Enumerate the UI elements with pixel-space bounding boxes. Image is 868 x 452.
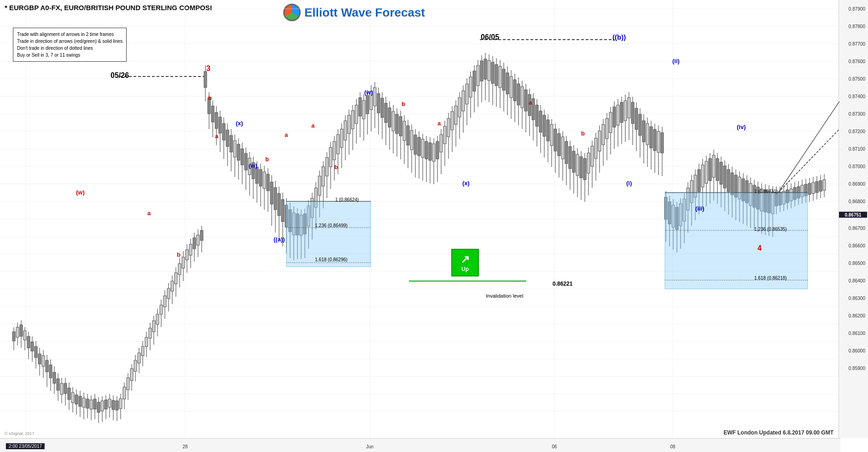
svg-rect-179 bbox=[281, 200, 284, 222]
svg-rect-359 bbox=[613, 107, 616, 127]
svg-rect-47 bbox=[38, 354, 41, 364]
svg-rect-71 bbox=[82, 398, 85, 407]
wave-label-b2: b bbox=[208, 94, 212, 101]
instruction-line-1: Trade with alignment of arrows in 2 time… bbox=[17, 31, 122, 38]
wave-label-b3: b bbox=[265, 156, 269, 163]
svg-rect-153 bbox=[233, 141, 236, 157]
svg-rect-199 bbox=[318, 176, 321, 195]
wave-label-iv: (iv) bbox=[737, 123, 746, 130]
svg-rect-81 bbox=[101, 401, 104, 411]
svg-rect-93 bbox=[123, 387, 126, 399]
svg-rect-37 bbox=[20, 325, 23, 336]
svg-rect-337 bbox=[572, 151, 575, 172]
svg-rect-67 bbox=[75, 395, 78, 404]
svg-rect-478 bbox=[665, 193, 808, 289]
svg-rect-35 bbox=[16, 327, 19, 337]
svg-rect-207 bbox=[333, 141, 336, 160]
svg-rect-305 bbox=[513, 80, 516, 101]
price-0862: 0.86200 bbox=[849, 313, 865, 318]
svg-rect-265 bbox=[440, 135, 443, 152]
svg-rect-123 bbox=[178, 264, 181, 275]
wave-label-a1: a bbox=[147, 210, 151, 217]
svg-rect-211 bbox=[340, 129, 343, 147]
svg-rect-131 bbox=[193, 238, 196, 249]
svg-rect-111 bbox=[156, 314, 159, 324]
price-0867: 0.86700 bbox=[849, 225, 865, 230]
svg-rect-469 bbox=[816, 182, 818, 193]
svg-rect-363 bbox=[620, 102, 623, 123]
price-0860: 0.86000 bbox=[849, 348, 865, 353]
wave-label-i: (i) bbox=[626, 180, 632, 187]
svg-rect-33 bbox=[12, 332, 15, 341]
svg-rect-125 bbox=[182, 257, 185, 268]
wave-label-ii: (ii) bbox=[672, 58, 680, 65]
price-0866: 0.86600 bbox=[849, 243, 865, 248]
wave-label-w1: (w) bbox=[76, 189, 85, 196]
svg-rect-473 bbox=[823, 180, 826, 190]
svg-rect-225 bbox=[366, 95, 369, 114]
svg-rect-41 bbox=[27, 336, 30, 348]
svg-rect-381 bbox=[653, 129, 656, 151]
svg-rect-63 bbox=[68, 388, 70, 399]
price-0877: 0.87700 bbox=[849, 41, 865, 47]
svg-rect-49 bbox=[42, 356, 45, 366]
svg-rect-361 bbox=[617, 105, 619, 125]
svg-rect-45 bbox=[35, 346, 37, 358]
svg-rect-221 bbox=[359, 98, 361, 116]
svg-rect-307 bbox=[517, 84, 520, 105]
svg-rect-75 bbox=[90, 400, 93, 409]
svg-rect-315 bbox=[532, 99, 535, 120]
price-axis-bg: 0.87900 0.87800 0.87700 0.87600 0.87500 … bbox=[839, 0, 867, 438]
svg-rect-411 bbox=[709, 158, 711, 181]
svg-rect-249 bbox=[410, 130, 413, 150]
svg-rect-167 bbox=[259, 170, 262, 186]
price-0863: 0.86300 bbox=[849, 295, 865, 300]
svg-rect-149 bbox=[226, 130, 229, 147]
wave-label-b1: b bbox=[177, 251, 181, 258]
svg-rect-325 bbox=[550, 124, 553, 146]
svg-rect-95 bbox=[127, 378, 129, 390]
wave-label-0526: 05/26 bbox=[111, 71, 129, 80]
wave-label-b6: b bbox=[581, 130, 585, 137]
svg-rect-237 bbox=[388, 108, 391, 127]
time-label-06: 06 bbox=[552, 444, 557, 449]
svg-rect-291 bbox=[488, 60, 490, 81]
svg-rect-141 bbox=[211, 106, 214, 122]
svg-rect-257 bbox=[425, 141, 428, 159]
svg-rect-129 bbox=[189, 244, 192, 255]
svg-rect-285 bbox=[477, 65, 479, 86]
invalidation-label: Invalidation level bbox=[486, 293, 523, 299]
svg-text:0.86221: 0.86221 bbox=[553, 281, 573, 287]
svg-rect-331 bbox=[561, 137, 564, 159]
svg-rect-61 bbox=[64, 383, 67, 393]
svg-rect-335 bbox=[569, 147, 571, 169]
svg-rect-101 bbox=[138, 353, 140, 363]
svg-rect-329 bbox=[558, 134, 560, 156]
price-0864: 0.86400 bbox=[849, 278, 865, 283]
svg-rect-155 bbox=[237, 144, 240, 160]
svg-rect-113 bbox=[160, 305, 163, 314]
svg-rect-89 bbox=[116, 401, 118, 410]
svg-rect-85 bbox=[108, 399, 111, 407]
svg-rect-201 bbox=[322, 167, 325, 186]
svg-rect-203 bbox=[326, 158, 328, 176]
svg-rect-295 bbox=[495, 65, 498, 86]
svg-rect-259 bbox=[429, 143, 431, 160]
wave-label-aa: ((a)) bbox=[274, 236, 285, 243]
svg-rect-235 bbox=[384, 103, 387, 123]
svg-rect-169 bbox=[263, 172, 266, 188]
time-axis-bg: 2:00 23/05/2017 28 Jun 06 08 bbox=[0, 438, 839, 452]
svg-rect-133 bbox=[197, 235, 199, 245]
svg-rect-217 bbox=[351, 111, 354, 129]
svg-rect-215 bbox=[348, 115, 350, 134]
svg-rect-55 bbox=[53, 372, 56, 383]
svg-rect-43 bbox=[31, 342, 34, 351]
svg-rect-263 bbox=[436, 141, 439, 159]
svg-rect-39 bbox=[23, 331, 26, 340]
svg-rect-357 bbox=[609, 112, 612, 133]
wave-label-4: 4 bbox=[757, 244, 762, 252]
up-signal-label: Up bbox=[461, 266, 469, 272]
svg-rect-421 bbox=[727, 170, 730, 192]
svg-rect-87 bbox=[112, 400, 115, 410]
svg-rect-247 bbox=[407, 126, 409, 145]
